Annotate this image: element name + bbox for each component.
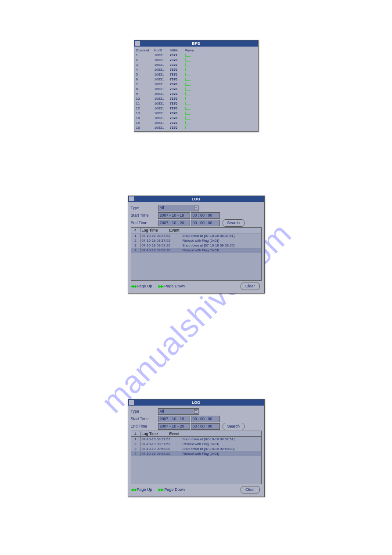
- page-down-label: Page Down: [165, 487, 185, 492]
- bps-row: 12168317370: [136, 106, 256, 111]
- window-icon: [129, 400, 134, 405]
- bps-cell-mbh: 7370: [170, 58, 185, 62]
- log-row[interactable]: 107-10-19 08:37:52Shut down at [07-10-19…: [131, 437, 261, 442]
- log-cell-event: Shut down at [07-10-19 08:37:51]: [181, 437, 235, 441]
- log-cell-num: 3: [131, 243, 140, 247]
- bps-row: 6168317370: [136, 77, 256, 82]
- bps-cell-wave: [185, 92, 191, 95]
- log-cell-num: 2: [131, 442, 140, 446]
- log-window: LOG Type All ▾ Start Time 2007 - 10 - 19…: [128, 399, 265, 497]
- log-titlebar: LOG: [128, 196, 264, 202]
- type-dropdown[interactable]: All ▾: [158, 408, 199, 415]
- bps-cell-mbh: 7370: [170, 72, 185, 77]
- clear-button[interactable]: Clear: [241, 486, 260, 493]
- start-date-input[interactable]: 2007 - 10 - 19: [158, 416, 190, 422]
- page-down-link[interactable]: ▶▶ Page Down: [158, 487, 185, 492]
- bps-cell-mbh: 7370: [170, 91, 185, 96]
- footer-row: ◀◀ Page Up ▶▶ Page Down Clear: [131, 484, 262, 495]
- chevron-down-icon[interactable]: ▾: [194, 409, 198, 414]
- log-cell-time: 07-10-19 08:37:52: [140, 234, 181, 238]
- bps-cell-kbs: 16831: [155, 120, 170, 125]
- log-cell-num: 3: [131, 447, 140, 451]
- log-cell-num: 1: [131, 437, 140, 441]
- start-time-label: Start Time: [131, 213, 158, 218]
- chevron-down-icon[interactable]: ▾: [194, 206, 198, 210]
- start-time-input[interactable]: 00 : 00 : 00: [191, 212, 220, 219]
- log-list-header: 4 Log Time Event: [131, 228, 261, 233]
- log-row[interactable]: 207-10-19 08:37:52Reboot with Flag [0x01…: [131, 238, 261, 243]
- bps-cell-wave: [185, 58, 191, 62]
- log-list: 4 Log Time Event 107-10-19 08:37:52Shut …: [131, 227, 262, 281]
- search-button[interactable]: Search: [223, 219, 245, 227]
- bps-row: 2168317370: [136, 58, 256, 62]
- log-header-event: Event: [168, 432, 180, 436]
- log-row[interactable]: 107-10-19 08:37:52Shut down at [07-10-19…: [131, 233, 261, 238]
- bps-cell-wave: [185, 102, 191, 105]
- log-title: LOG: [192, 197, 201, 201]
- page-up-link[interactable]: ◀◀ Page Up: [131, 487, 152, 492]
- log-cell-event: Reboot with Flag [0x01]: [181, 239, 219, 243]
- bps-cell-channel: 15: [136, 120, 155, 125]
- start-date-input[interactable]: 2007 - 10 - 19: [158, 212, 190, 219]
- log-row[interactable]: 307-10-19 09:58:20Shut down at [07-10-19…: [131, 243, 261, 248]
- log-row[interactable]: 407-10-19 09:58:20Reboot with Flag [0x01…: [131, 248, 261, 253]
- page-down-link[interactable]: ▶▶ Page Down: [158, 284, 185, 288]
- bps-row: 4168317370: [136, 67, 256, 72]
- bps-cell-kbs: 16831: [155, 87, 170, 91]
- end-time-input[interactable]: 00 : 00 : 00: [191, 423, 220, 430]
- bps-cell-channel: 10: [136, 96, 155, 101]
- bps-row: 16168317370: [136, 125, 256, 130]
- bps-cell-channel: 4: [136, 67, 155, 72]
- end-date-input[interactable]: 2007 - 10 - 20: [158, 220, 190, 226]
- window-icon: [129, 196, 134, 201]
- log-count: 4: [131, 228, 140, 232]
- start-time-input[interactable]: 00 : 00 : 00: [191, 416, 220, 422]
- bps-row: 8168317370: [136, 87, 256, 91]
- end-date-input[interactable]: 2007 - 10 - 20: [158, 423, 190, 430]
- bps-row: 7168317370: [136, 82, 256, 87]
- bps-header-mbh: MB/H: [170, 48, 185, 53]
- log-list-header: 4 Log Time Event: [131, 431, 261, 437]
- page-up-icon: ◀◀: [131, 284, 136, 288]
- log-cell-event: Shut down at [07-10-19 08:37:51]: [181, 234, 235, 238]
- log-cell-num: 4: [131, 452, 140, 456]
- bps-cell-channel: 7: [136, 82, 155, 87]
- wave-icon: [185, 112, 191, 115]
- bps-cell-mbh: 7370: [170, 116, 185, 120]
- bps-cell-mbh: 7370: [170, 111, 185, 116]
- page-up-link[interactable]: ◀◀ Page Up: [131, 284, 152, 288]
- bps-cell-wave: [185, 63, 191, 66]
- log-count: 4: [131, 432, 140, 436]
- bps-cell-channel: 1: [136, 53, 155, 58]
- log-cell-time: 07-10-19 09:58:20: [140, 447, 181, 451]
- page-down-icon: ▶▶: [158, 284, 164, 288]
- bps-cell-mbh: 7370: [170, 62, 185, 67]
- log-row[interactable]: 207-10-19 08:37:52Reboot with Flag [0x01…: [131, 442, 261, 446]
- bps-row: 13168317370: [136, 111, 256, 116]
- log-cell-time: 07-10-19 08:37:52: [140, 437, 181, 441]
- start-time-row: Start Time 2007 - 10 - 19 00 : 00 : 00: [131, 416, 262, 422]
- search-button[interactable]: Search: [223, 423, 245, 430]
- bps-header-kbs: Kb/S: [155, 48, 170, 53]
- bps-cell-channel: 11: [136, 101, 155, 106]
- bps-row: 1168317371: [136, 53, 256, 58]
- bps-cell-mbh: 7370: [170, 77, 185, 82]
- page-up-icon: ◀◀: [131, 488, 136, 492]
- end-time-input[interactable]: 00 : 00 : 00: [191, 220, 220, 226]
- bps-cell-wave: [185, 87, 191, 91]
- log-cell-time: 07-10-19 08:37:52: [140, 442, 181, 446]
- log-cell-time: 07-10-19 09:58:20: [140, 452, 181, 456]
- type-dropdown[interactable]: All ▾: [158, 205, 199, 211]
- log-row[interactable]: 407-10-19 09:58:20Reboot with Flag [0x01…: [131, 451, 261, 456]
- type-value: All: [160, 206, 164, 210]
- wave-icon: [185, 126, 191, 129]
- bps-cell-kbs: 16831: [155, 82, 170, 87]
- bps-cell-channel: 3: [136, 62, 155, 67]
- bps-body: Channel Kb/S MB/H Wave 11683173712168317…: [134, 47, 258, 131]
- clear-button[interactable]: Clear: [241, 283, 260, 290]
- log-row[interactable]: 307-10-19 09:58:20Shut down at [07-10-19…: [131, 446, 261, 451]
- bps-row: 9168317370: [136, 91, 256, 96]
- type-label: Type: [131, 409, 158, 414]
- wave-icon: [185, 58, 191, 62]
- bps-cell-mbh: 7370: [170, 120, 185, 125]
